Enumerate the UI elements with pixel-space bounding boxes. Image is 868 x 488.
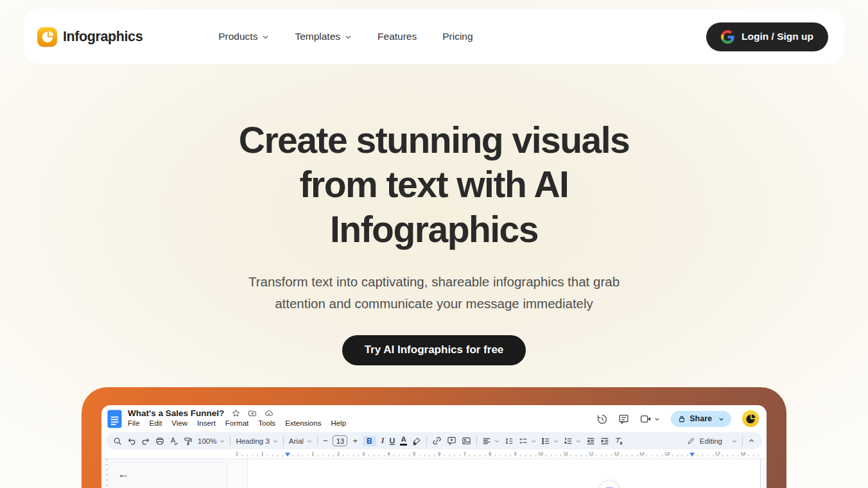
toolbar-divider — [317, 436, 318, 446]
vertical-ruler — [103, 459, 108, 488]
paint-format-icon[interactable] — [184, 437, 193, 446]
ruler-number: 10 — [538, 451, 543, 457]
bulleted-list-button[interactable] — [541, 437, 559, 446]
ruler-number: 18 — [740, 451, 745, 457]
google-g-icon — [721, 30, 734, 44]
docs-canvas: ← — [101, 459, 767, 488]
clear-formatting-icon[interactable] — [614, 437, 623, 446]
move-folder-icon[interactable] — [248, 409, 257, 417]
ruler-number: 2 — [236, 451, 238, 457]
align-button[interactable] — [482, 437, 499, 446]
checklist-button[interactable] — [519, 437, 536, 446]
infographics-logo-icon — [37, 27, 57, 47]
insert-link-icon[interactable] — [432, 436, 442, 446]
redo-icon[interactable] — [141, 437, 150, 446]
product-screenshot-frame: What's a Sales Funnel? File Edit View — [82, 387, 786, 488]
italic-button[interactable]: I — [381, 436, 385, 446]
editing-mode-select[interactable]: Editing — [687, 437, 737, 445]
share-label: Share — [690, 414, 712, 423]
font-value: Arial — [289, 437, 304, 445]
version-history-icon[interactable] — [596, 414, 607, 424]
ruler-number: 1 — [311, 451, 314, 457]
ruler-number: 3 — [362, 451, 365, 457]
nav-item-label: Features — [378, 31, 417, 42]
main-nav: Products Templates Features Pricing — [218, 31, 473, 42]
paragraph-style-select[interactable]: Heading 3 — [236, 437, 277, 445]
menu-tools[interactable]: Tools — [258, 419, 275, 427]
line-spacing-icon[interactable] — [505, 437, 514, 446]
ruler-number: 9 — [514, 451, 517, 457]
ruler-number: 7 — [464, 451, 466, 457]
menu-format[interactable]: Format — [225, 419, 248, 427]
ruler-number: 14 — [639, 451, 644, 457]
spellcheck-icon[interactable] — [169, 437, 178, 446]
search-icon[interactable] — [113, 437, 122, 446]
chevron-down-icon — [345, 33, 352, 40]
collapse-toolbar-icon[interactable] — [748, 437, 755, 444]
menu-file[interactable]: File — [128, 419, 140, 427]
undo-icon[interactable] — [127, 437, 136, 446]
ruler-number: 6 — [438, 451, 440, 457]
meet-call-button[interactable] — [640, 414, 660, 424]
increase-font-size-button[interactable]: + — [352, 436, 358, 446]
decrease-font-size-button[interactable]: − — [323, 436, 328, 446]
docs-header: What's a Sales Funnel? File Edit View — [101, 405, 767, 430]
ruler-number: 5 — [413, 451, 415, 457]
try-free-button[interactable]: Try AI Infographics for free — [342, 335, 526, 365]
brand-name: Infographics — [63, 29, 143, 45]
back-arrow-button[interactable]: ← — [117, 467, 129, 481]
menu-view[interactable]: View — [171, 419, 187, 427]
chevron-down-icon — [553, 439, 559, 444]
text-color-letter: A — [401, 436, 406, 444]
print-icon[interactable] — [155, 437, 164, 446]
increase-indent-icon[interactable] — [600, 437, 609, 446]
insert-image-icon[interactable] — [462, 436, 471, 446]
font-size-input[interactable]: 13 — [333, 435, 347, 446]
chevron-down-icon — [220, 439, 225, 444]
cloud-status-icon[interactable] — [265, 409, 273, 417]
login-signup-button[interactable]: Login / Sign up — [706, 22, 828, 51]
login-label: Login / Sign up — [742, 31, 813, 42]
toolbar-divider — [283, 436, 284, 446]
nav-item-label: Products — [218, 31, 257, 42]
nav-item-features[interactable]: Features — [378, 31, 417, 42]
zoom-select[interactable]: 100% — [198, 437, 225, 445]
font-select[interactable]: Arial — [289, 437, 312, 445]
nav-item-templates[interactable]: Templates — [295, 31, 352, 42]
docs-ruler[interactable]: 211234567891011121314151718 — [101, 449, 767, 459]
text-color-button[interactable]: A — [400, 436, 407, 446]
nav-item-label: Pricing — [442, 31, 473, 42]
comments-icon[interactable] — [618, 414, 629, 424]
bold-button[interactable]: B — [363, 436, 376, 446]
document-page[interactable] — [247, 459, 761, 488]
ruler-number: 8 — [489, 451, 491, 457]
nav-item-label: Templates — [295, 31, 340, 42]
nav-item-pricing[interactable]: Pricing — [442, 31, 473, 42]
menu-insert[interactable]: Insert — [197, 419, 216, 427]
menu-help[interactable]: Help — [331, 419, 346, 427]
mode-label: Editing — [700, 437, 722, 445]
google-docs-file-icon[interactable] — [107, 410, 122, 428]
numbered-list-button[interactable] — [564, 437, 581, 446]
share-button[interactable]: Share — [671, 411, 731, 427]
add-comment-icon[interactable] — [447, 436, 456, 446]
underline-button[interactable]: U — [389, 437, 395, 446]
ruler-number: 11 — [563, 451, 568, 457]
chevron-down-icon — [531, 439, 536, 444]
chevron-down-icon — [273, 439, 278, 444]
ruler-indent-marker[interactable] — [285, 453, 290, 457]
highlight-color-icon[interactable] — [412, 437, 421, 446]
brand[interactable]: Infographics — [37, 27, 143, 47]
ruler-indent-marker[interactable] — [690, 453, 695, 457]
toolbar-divider — [476, 436, 477, 446]
ruler-number: 2 — [337, 451, 340, 457]
left-side-panel: ← — [108, 462, 228, 488]
decrease-indent-icon[interactable] — [586, 437, 595, 446]
menu-edit[interactable]: Edit — [150, 419, 162, 427]
star-icon[interactable] — [232, 409, 240, 417]
doc-title[interactable]: What's a Sales Funnel? — [128, 408, 224, 418]
toolbar-divider — [742, 436, 743, 446]
nav-item-products[interactable]: Products — [218, 31, 269, 42]
menu-extensions[interactable]: Extensions — [285, 419, 321, 427]
account-avatar[interactable] — [742, 410, 759, 427]
